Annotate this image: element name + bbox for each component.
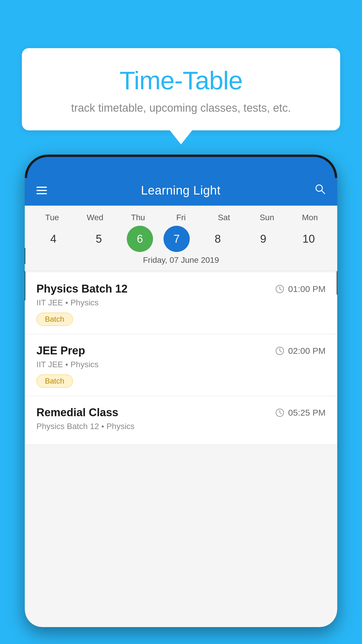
phone-top-border-inner — [27, 157, 335, 178]
class-card-2-header: JEE Prep 02:00 PM — [36, 344, 326, 357]
day-6-today[interactable]: 6 — [127, 226, 153, 252]
phone-top-border — [25, 155, 337, 178]
class-list: Physics Batch 12 01:00 PM IIT JEE • Phys… — [25, 272, 337, 445]
speech-bubble-wrapper: Time-Table track timetable, upcoming cla… — [22, 48, 340, 130]
batch-tag-1: Batch — [36, 313, 73, 326]
svg-line-12 — [280, 289, 282, 290]
volume-up-button — [25, 248, 25, 264]
class-card-3-header: Remedial Class 05:25 PM — [36, 406, 326, 419]
day-5[interactable]: 5 — [81, 226, 116, 252]
menu-line-3 — [36, 193, 47, 194]
speech-bubble: Time-Table track timetable, upcoming cla… — [22, 48, 340, 130]
app-bar: Learning Light — [25, 175, 337, 206]
svg-line-9 — [321, 190, 325, 194]
day-name-sun: Sun — [249, 213, 284, 222]
phone-wrapper: 14:29 — [25, 155, 337, 644]
class-name-3: Remedial Class — [36, 406, 118, 419]
menu-line-1 — [36, 187, 47, 188]
day-7-selected[interactable]: 7 — [164, 226, 190, 252]
class-time-2: 02:00 PM — [275, 346, 326, 356]
day-4[interactable]: 4 — [36, 226, 71, 252]
menu-button[interactable] — [36, 187, 47, 194]
class-meta-2: IIT JEE • Physics — [36, 360, 326, 369]
bubble-title: Time-Table — [36, 66, 326, 95]
class-name-1: Physics Batch 12 — [36, 283, 128, 295]
day-name-thu: Thu — [121, 213, 156, 222]
volume-down-button — [25, 271, 25, 300]
clock-icon-2 — [275, 346, 284, 355]
day-name-mon: Mon — [292, 213, 327, 222]
class-card-2[interactable]: JEE Prep 02:00 PM IIT JEE • Physics Batc… — [25, 334, 337, 396]
calendar-strip: Tue Wed Thu Fri Sat Sun Mon 4 5 6 7 8 9 … — [25, 206, 337, 272]
class-card-1[interactable]: Physics Batch 12 01:00 PM IIT JEE • Phys… — [25, 272, 337, 334]
phone-content: Tue Wed Thu Fri Sat Sun Mon 4 5 6 7 8 9 … — [25, 206, 337, 627]
clock-icon-1 — [275, 285, 284, 293]
search-button[interactable] — [314, 183, 326, 197]
class-card-1-header: Physics Batch 12 01:00 PM — [36, 283, 326, 295]
power-button — [337, 271, 337, 295]
class-meta-1: IIT JEE • Physics — [36, 298, 326, 307]
clock-icon-3 — [275, 408, 284, 417]
class-name-2: JEE Prep — [36, 344, 85, 357]
selected-date-label: Friday, 07 June 2019 — [25, 252, 337, 271]
day-9[interactable]: 9 — [246, 226, 281, 252]
bubble-subtitle: track timetable, upcoming classes, tests… — [36, 102, 326, 114]
class-card-3[interactable]: Remedial Class 05:25 PM Physics Batch 12… — [25, 396, 337, 445]
day-name-wed: Wed — [78, 213, 113, 222]
class-time-1: 01:00 PM — [275, 284, 326, 294]
svg-line-15 — [280, 351, 282, 352]
class-meta-3: Physics Batch 12 • Physics — [36, 422, 326, 431]
day-headers: Tue Wed Thu Fri Sat Sun Mon — [25, 213, 337, 222]
day-name-sat: Sat — [206, 213, 241, 222]
menu-line-2 — [36, 190, 47, 191]
batch-tag-2: Batch — [36, 374, 73, 388]
day-name-tue: Tue — [35, 213, 70, 222]
day-numbers: 4 5 6 7 8 9 10 — [25, 226, 337, 252]
day-10[interactable]: 10 — [291, 226, 326, 252]
day-name-fri: Fri — [164, 213, 198, 222]
app-bar-title: Learning Light — [141, 183, 220, 197]
class-time-3: 05:25 PM — [275, 408, 326, 418]
svg-line-18 — [280, 413, 282, 414]
day-8[interactable]: 8 — [200, 226, 235, 252]
phone-frame: 14:29 — [25, 155, 337, 627]
